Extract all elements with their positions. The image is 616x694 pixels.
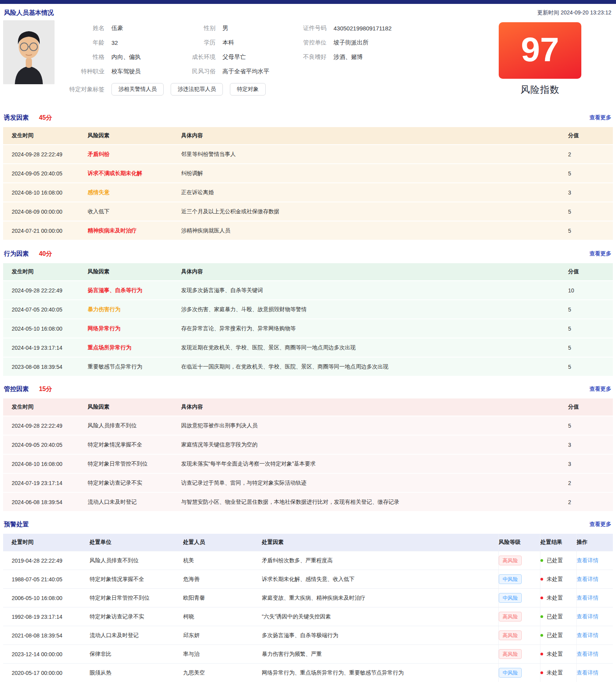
cell-score: 3 [568,189,613,196]
tags-list: 涉相关警情人员 涉违法犯罪人员 特定对象 [111,83,273,96]
cell-unit: 特定对象日常管控不到位 [90,595,183,602]
table-row: 2024-09-28 22:22:49 矛盾纠纷 邻里等纠纷警情当事人 2 [3,144,613,163]
factor-text: 特定对象日常管控不到位 [88,460,148,467]
col-header-action: 操作 [576,534,613,551]
subject-tag: 特定对象 [230,83,266,96]
cell-score: 5 [568,306,613,313]
risk-score-label: 风险指数 [499,83,581,96]
view-detail-link[interactable]: 查看详情 [577,557,598,564]
view-more-link[interactable]: 查看更多 [590,386,611,393]
cell-action: 查看详情 [576,570,613,588]
table-row: 2024-07-19 23:17:14 特定对象访查记录不实 访查记录过于简单、… [3,473,613,492]
cell-action: 查看详情 [576,626,613,644]
cell-result: 未处置 [540,645,576,663]
section-score: 45分 [39,114,52,121]
cell-content: 发现多次扬言滋事、自杀等关键词 [181,287,568,294]
cell-factor: 家庭变故、重大疾病、精神疾病未及时治疗 [262,595,498,602]
field-value: 男 [222,25,228,32]
cell-score: 5 [568,326,613,332]
table-row: 2024-04-19 23:17:14 重点场所异常行为 发现近期在党政机关、学… [3,338,613,357]
section-title: 行为因素 [4,250,29,257]
cell-factor: 扬言滋事、自杀等行为 [88,287,181,294]
section-title-group: 行为因素 40分 [4,250,52,258]
result-status: 已处置 [540,613,563,620]
result-text: 已处置 [547,632,563,639]
table-header-row: 处置时间 处置单位 处置人员 处置因素 风险等级 处置结果 操作 [3,534,613,551]
factor-text: 精神疾病未及时治疗 [88,227,137,234]
section-title-group: 管控因素 15分 [4,385,52,393]
cell-factor: 暴力伤害行为频繁、严重 [262,651,498,658]
view-detail-link[interactable]: 查看详情 [577,632,598,639]
top-accent-bar [0,0,616,4]
status-dot-icon [540,559,543,562]
cell-content: 发现近期在党政机关、学校、医院、景区、商圈等同一地点周边多次出现 [181,344,568,351]
view-detail-link[interactable]: 查看详情 [577,669,598,676]
risk-level-badge: 中风险 [499,668,522,678]
cell-score: 2 [568,480,613,486]
cell-content: 家庭情况等关键信息字段为空的 [181,441,568,448]
profile-fields-column-2: 性别 男 学历 本科 成长环境 父母早亡 民风习俗 高于全省平均水平 [164,21,269,79]
view-detail-link[interactable]: 查看详情 [577,613,598,620]
factor-text: 网络异常行为 [88,325,120,331]
result-text: 已处置 [547,613,563,620]
trigger-factors-table: 发生时间 风险因素 具体内容 分值 2024-09-28 22:22:49 矛盾… [3,127,613,240]
risk-level-badge: 高风险 [499,630,522,640]
cell-content: 存在异常言论、异常搜索行为、异常网络购物等 [181,325,568,332]
cell-score: 3 [568,461,613,467]
cell-content: 与智慧安防小区、物业登记居住数据，本地社保数据进行比对，发现有相关登记、缴存记录 [181,499,568,506]
table-row: 2024-09-05 20:40:05 诉求不满或长期未化解 纠纷调解 5 [3,163,613,182]
subject-tag: 涉相关警情人员 [111,83,164,96]
cell-time: 2023-12-14 00:00:00 [3,651,90,657]
profile-field: 学历 本科 [164,35,269,50]
cell-time: 2024-09-28 22:22:49 [3,287,88,294]
table-row: 2024-05-10 16:08:00 网络异常行为 存在异常言论、异常搜索行为… [3,319,613,338]
table-row: 1988-07-05 21:40:05 特定对象情况掌握不全 危海善 诉求长期未… [3,570,613,588]
cell-time: 2024-06-08 18:39:54 [3,499,88,505]
factor-text: 感情失意 [88,189,109,195]
view-detail-link[interactable]: 查看详情 [577,651,598,658]
view-detail-link[interactable]: 查看详情 [577,595,598,602]
view-detail-link[interactable]: 查看详情 [577,576,598,583]
field-label: 性别 [164,25,215,32]
cell-person: 杭美 [183,557,262,564]
cell-factor: 诉求不满或长期未化解 [88,170,181,177]
view-more-link[interactable]: 查看更多 [590,114,611,121]
risk-index-panel: 97 风险指数 [499,22,581,96]
cell-score: 5 [568,345,613,351]
section-score: 40分 [39,250,52,257]
view-more-link[interactable]: 查看更多 [590,250,611,257]
profile-field: 不良嗜好 涉酒、赌博 [273,50,392,64]
cell-result: 未处置 [540,570,576,588]
table-row: 2024-08-10 16:08:00 感情失意 正在诉讼离婚 3 [3,182,613,202]
cell-person: 率与治 [183,651,262,658]
tags-row: 特定对象标签 涉相关警情人员 涉违法犯罪人员 特定对象 [55,83,273,96]
cell-factor: 特定对象日常管控不到位 [88,460,181,467]
factor-text: 收入低下 [88,208,109,214]
field-value: 430502199809171182 [334,25,392,32]
field-value: 高于全省平均水平 [222,68,269,75]
cell-factor: 重点场所异常行为 [88,344,181,351]
field-value: 内向、偏执 [111,53,141,61]
cell-time: 2024-04-19 23:17:14 [3,345,88,351]
status-dot-icon [540,615,543,618]
cell-time: 2024-09-28 22:22:49 [3,423,88,429]
table-row: 2024-06-08 18:39:54 流动人口未及时登记 与智慧安防小区、物业… [3,492,613,511]
factor-text: 特定对象访查记录不实 [88,480,142,486]
cell-content: 正在诉讼离婚 [181,189,568,196]
risk-level-badge: 中风险 [499,593,522,603]
cell-content: 访查记录过于简单、雷同，与特定对象实际活动轨迹 [181,480,568,487]
table-row: 2024-09-28 22:22:49 风险人员排查不到位 因故意犯罪被作出刑事… [3,416,613,435]
cell-risk-level: 高风险 [498,645,540,663]
cell-score: 5 [568,170,613,177]
cell-risk-level: 高风险 [498,551,540,570]
factor-text: 矛盾纠纷 [88,151,109,157]
result-status: 未处置 [540,595,563,602]
cell-factor: 网络异常行为 [88,325,181,332]
cell-result: 未处置 [540,589,576,607]
field-label: 成长环境 [164,53,215,61]
view-more-link[interactable]: 查看更多 [590,521,611,528]
page-header: 风险人员基本情况 更新时间 2024-09-20 13:23:12 [0,4,616,17]
cell-factor: 流动人口未及时登记 [88,499,181,506]
col-header-time: 发生时间 [3,268,88,275]
portrait-illustration [3,20,55,84]
